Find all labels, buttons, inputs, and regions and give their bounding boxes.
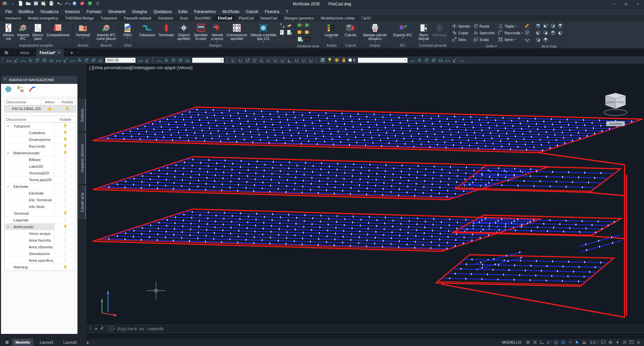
ribbon-button-esporta-ifc[interactable]: Esporta IFC▾ <box>392 22 413 39</box>
toggle-input-dinamico[interactable] <box>574 339 581 346</box>
panel-grip-icon[interactable] <box>3 77 7 83</box>
chevron-down-icon[interactable] <box>6 151 10 156</box>
layer-row-etichette[interactable]: Etichette <box>5 183 76 190</box>
zoom-finestra-button[interactable] <box>458 57 465 63</box>
verifica-doc-icon[interactable] <box>286 29 292 37</box>
vista-nw-icon[interactable] <box>557 23 563 30</box>
layer-congela-button[interactable] <box>333 57 340 63</box>
command-grip-icon[interactable] <box>89 326 93 332</box>
menu-modifica[interactable]: Modifica <box>15 8 37 15</box>
new-layout-button[interactable]: + <box>84 340 92 345</box>
menu-finestra[interactable]: Finestra <box>261 8 282 15</box>
layer-row-diramazione[interactable]: Diramazione <box>5 136 76 143</box>
quota-linea-base-button[interactable] <box>69 57 76 63</box>
wrench-icon[interactable] <box>100 326 104 332</box>
stile-quota-combo[interactable]: ISO-25▾ <box>105 57 136 63</box>
layout-tab-layout2[interactable]: Layout2 <box>60 339 80 346</box>
ribbon-button-tubazione[interactable]: Tubazione <box>138 22 157 37</box>
vista-se-icon[interactable] <box>543 23 548 30</box>
menu-file[interactable]: File <box>2 8 15 15</box>
quota-diametro-button[interactable] <box>48 57 55 63</box>
blocco-crea-button[interactable] <box>156 57 163 63</box>
chevron-down-icon[interactable] <box>6 225 10 230</box>
module-tab-ductvmc[interactable]: DuctVMC <box>191 15 214 21</box>
ucs-y-button[interactable]: Z <box>293 57 300 63</box>
menu-strumenti[interactable]: Strumenti <box>105 8 129 15</box>
layer-stato-button[interactable] <box>416 57 423 63</box>
close-tab-icon[interactable]: ✕ <box>57 51 60 54</box>
menu-[interactable]: ? <box>283 8 292 15</box>
quota-raggio-button[interactable] <box>34 57 41 63</box>
attributi-button[interactable] <box>170 57 177 63</box>
maximize-button[interactable] <box>620 0 632 8</box>
ribbon-button-calcolo[interactable]: Calcolo <box>343 22 358 37</box>
ribbon-button-serie[interactable]: Serie▾ <box>498 37 523 43</box>
ucs-asse-z-button[interactable]: O <box>272 57 279 63</box>
vista-piano-icon[interactable] <box>535 30 541 37</box>
stile-concettuale-icon[interactable] <box>543 37 548 44</box>
layer-combo[interactable]: ▾ <box>358 57 408 63</box>
ribbon-button-connessione-sprinkler[interactable]: Connessionesprinkler <box>225 22 249 41</box>
ribbon-button-importa-ifc[interactable]: ImportaIFC <box>16 22 31 41</box>
side-tab-impianti-idronici[interactable]: Impianti idronici <box>78 133 86 184</box>
misura-icon[interactable] <box>279 22 285 30</box>
annotazione-button[interactable] <box>600 339 607 346</box>
doc-tab-firecad[interactable]: FireCad*✕ <box>36 49 64 56</box>
layer-row-area-sfavorita[interactable]: Area sfavorita <box>5 244 76 250</box>
help-button[interactable]: ? <box>86 0 94 8</box>
stile-wireframe-icon[interactable] <box>557 30 563 37</box>
new-tab-button[interactable]: + <box>67 50 76 55</box>
toggle-spessore-linea[interactable] <box>581 339 588 346</box>
app-logo-button[interactable] <box>1 0 9 8</box>
blocco-inserisci-button[interactable] <box>163 57 170 63</box>
quota-spazia-button[interactable] <box>83 57 90 63</box>
module-tab-pannelli-radianti[interactable]: Pannelli radianti <box>120 15 155 21</box>
cubo3d-icon[interactable] <box>524 30 530 37</box>
module-tab-noisecad[interactable]: NoiseCad <box>257 15 281 21</box>
layer-row-warning[interactable]: Warning <box>5 264 76 270</box>
ribbon-button-ruota[interactable]: Ruota <box>473 23 495 29</box>
blocchi-icon[interactable] <box>16 85 24 95</box>
stile-quota-button[interactable] <box>144 57 151 63</box>
quota-angolare-button[interactable] <box>55 57 62 63</box>
layer-row-terminali[interactable]: Terminali <box>5 210 76 217</box>
space-indicator[interactable]: MODELLO <box>499 340 524 344</box>
layer-row-legende[interactable]: Legende <box>5 217 76 224</box>
quota-continua-button[interactable] <box>76 57 83 63</box>
vista-ne-icon[interactable] <box>550 23 556 30</box>
menu-parametrico[interactable]: Parametrico <box>191 8 219 15</box>
ribbon-button-importa-ifc-come-blocco[interactable]: Importa IFCcome blocco▾ <box>95 22 117 43</box>
open-folder-button[interactable] <box>24 0 32 8</box>
toggle-snap[interactable] <box>532 339 538 346</box>
toolbar-grip[interactable] <box>152 58 154 63</box>
menu-inserisci[interactable]: Inserisci <box>62 8 83 15</box>
layer-row-terminali2d[interactable]: Terminali2D <box>5 170 76 177</box>
punto-base-button[interactable] <box>184 57 191 63</box>
save-button[interactable] <box>32 0 40 8</box>
layer-row-simulazione[interactable]: Simulazione <box>5 250 76 257</box>
layout-tab-layout1[interactable]: Layout1 <box>37 339 57 346</box>
toggle-polare[interactable] <box>546 339 552 346</box>
ribbon-button-legende[interactable]: Legende▾ <box>323 22 340 39</box>
qat-dropdown[interactable] <box>9 0 16 8</box>
current-layer-indicator[interactable]: 0 <box>347 58 357 62</box>
layer-row-verso-acqua[interactable]: Verso acqua <box>5 230 76 237</box>
menu-quotatura[interactable]: Quotatura <box>150 8 175 15</box>
module-tab-firecad[interactable]: FireCad <box>214 15 235 21</box>
ribbon-button-sprinkler-in-rack[interactable]: Sprinklerin-rack <box>193 22 209 41</box>
quota-lineare-button[interactable] <box>5 57 12 63</box>
network-row[interactable]: FM GLOBAL-DS 8-9 <box>5 105 76 112</box>
area-verifica-icon[interactable] <box>297 36 304 44</box>
module-tab-tubazioni[interactable]: Tubazioni <box>97 15 120 21</box>
drawing-canvas[interactable]: [-][Vista personalizzata][Ombreggiato co… <box>87 64 644 338</box>
ucs-faccia-button[interactable] <box>244 57 251 63</box>
module-tab-sanitario[interactable]: Sanitario <box>155 15 176 21</box>
layout-tab-modello[interactable]: Modello <box>12 339 33 346</box>
side-tab-edificio[interactable]: Edificio <box>78 99 86 131</box>
menu-calcoli[interactable]: Calcoli <box>243 8 261 15</box>
module-tab-analisi-energetica[interactable]: Analisi energetica <box>24 15 62 21</box>
area-meno-icon[interactable] <box>305 22 311 30</box>
toolbar-grip[interactable] <box>316 58 318 63</box>
layer-row-bifilare[interactable]: Bifilare <box>5 156 76 163</box>
quota-arco-button[interactable] <box>19 57 26 63</box>
